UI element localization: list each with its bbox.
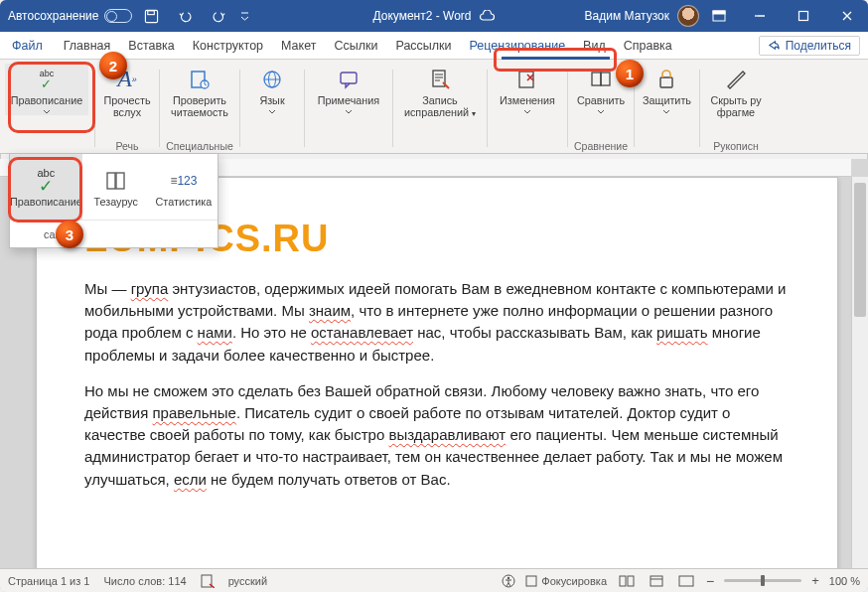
- tab-references[interactable]: Ссылки: [325, 32, 386, 59]
- callout-2: 2: [99, 52, 127, 79]
- focus-icon: [525, 575, 537, 587]
- paragraph-2: Но мы не сможем это сделать без Вашей об…: [84, 380, 790, 491]
- dropdown-thesaurus[interactable]: Тезаурус: [82, 154, 150, 220]
- stats-icon: ≡123: [170, 166, 197, 196]
- svg-point-21: [507, 576, 509, 578]
- title-bar: Автосохранение Документ2 - Word Вадим Ма…: [0, 0, 868, 32]
- user-avatar-icon[interactable]: [677, 5, 699, 27]
- thesaurus-icon: [104, 166, 128, 196]
- tab-insert[interactable]: Вставка: [119, 32, 183, 59]
- protect-icon: [655, 67, 677, 92]
- track-changes-button[interactable]: Записьисправлений ▾: [399, 64, 481, 119]
- active-tab-underline: [502, 57, 610, 60]
- autosave-label: Автосохранение: [8, 9, 98, 23]
- vertical-scrollbar[interactable]: [851, 177, 868, 568]
- accessibility-icon[interactable]: [502, 574, 515, 588]
- svg-rect-15: [601, 73, 610, 85]
- chevron-down-icon: [268, 109, 276, 115]
- readability-icon: [189, 67, 211, 92]
- maximize-button[interactable]: [783, 0, 824, 32]
- spelling-dropdown: abc✓ Правописание Тезаурус ≡123 Статисти…: [9, 153, 218, 248]
- svg-rect-23: [620, 576, 626, 586]
- changes-icon: [516, 67, 538, 92]
- language-button[interactable]: Язык: [246, 64, 298, 115]
- dropdown-spelling[interactable]: abc✓ Правописание: [10, 154, 82, 220]
- document-title: Документ2 - Word: [372, 9, 471, 23]
- svg-rect-22: [526, 576, 536, 586]
- group-label-ink: Рукописн: [713, 138, 758, 153]
- tab-mailings[interactable]: Рассылки: [386, 32, 460, 59]
- tab-view[interactable]: Вид: [574, 32, 615, 59]
- svg-rect-11: [341, 73, 357, 83]
- callout-3: 3: [56, 221, 83, 248]
- share-label: Поделиться: [786, 39, 851, 53]
- dropdown-statistics[interactable]: ≡123 Статистика: [150, 154, 217, 220]
- group-label-speech: Речь: [116, 138, 139, 153]
- ink-icon: [725, 67, 747, 92]
- chevron-down-icon: [523, 109, 531, 115]
- undo-icon[interactable]: [170, 1, 200, 31]
- view-print-icon[interactable]: [647, 573, 666, 588]
- qat-dropdown-icon[interactable]: [237, 1, 251, 31]
- ribbon-options-icon[interactable]: [701, 0, 737, 32]
- dropdown-group-label: сание: [10, 220, 217, 247]
- changes-button[interactable]: Изменения: [494, 64, 561, 115]
- share-icon: [768, 39, 781, 52]
- status-focus[interactable]: Фокусировка: [525, 575, 607, 587]
- group-label-special: Специальные: [166, 138, 233, 153]
- chevron-down-icon: [662, 109, 670, 115]
- view-read-icon[interactable]: [617, 573, 637, 588]
- toggle-switch-icon: [104, 9, 132, 23]
- zoom-slider[interactable]: [724, 579, 801, 582]
- svg-rect-3: [713, 11, 725, 14]
- ribbon-tabs: Файл Главная Вставка Конструктор Макет С…: [0, 32, 868, 60]
- svg-rect-25: [651, 576, 662, 586]
- svg-rect-27: [679, 576, 693, 586]
- svg-rect-14: [592, 73, 601, 85]
- minimize-button[interactable]: [739, 0, 781, 32]
- view-web-icon[interactable]: [676, 573, 696, 588]
- zoom-level[interactable]: 100 %: [829, 575, 860, 587]
- spelling-button[interactable]: abc✓ Правописание: [5, 64, 88, 115]
- status-words[interactable]: Число слов: 114: [103, 575, 186, 587]
- status-bar: Страница 1 из 1 Число слов: 114 русский …: [0, 568, 868, 592]
- close-button[interactable]: [826, 0, 868, 32]
- chevron-down-icon: [597, 109, 605, 115]
- autosave-toggle[interactable]: Автосохранение: [8, 9, 132, 23]
- track-changes-icon: [429, 67, 451, 92]
- spelling-icon: abc✓: [40, 67, 55, 92]
- comments-button[interactable]: Примечания: [311, 64, 386, 115]
- spellcheck-status-icon[interactable]: [201, 574, 215, 588]
- chevron-down-icon: [43, 109, 51, 115]
- hide-ink-button[interactable]: Скрыть руфрагме: [706, 64, 766, 119]
- share-button[interactable]: Поделиться: [759, 36, 860, 56]
- check-readability-button[interactable]: Проверитьчитаемость: [166, 64, 233, 119]
- zoom-out-button[interactable]: −: [706, 573, 714, 589]
- language-icon: [261, 67, 283, 92]
- tab-help[interactable]: Справка: [615, 32, 681, 59]
- ribbon: abc✓ Правописание A» Прочестьвслух Речь …: [0, 60, 868, 154]
- svg-rect-16: [660, 77, 672, 87]
- save-icon[interactable]: [136, 1, 166, 31]
- svg-rect-5: [799, 12, 808, 21]
- callout-1: 1: [616, 60, 644, 87]
- spelling-icon: abc✓: [37, 166, 55, 196]
- tab-layout[interactable]: Макет: [272, 32, 325, 59]
- protect-button[interactable]: Защитить: [641, 64, 693, 115]
- tab-review[interactable]: Рецензирование: [461, 32, 575, 59]
- scroll-thumb[interactable]: [854, 183, 866, 317]
- status-page[interactable]: Страница 1 из 1: [8, 575, 89, 587]
- chevron-down-icon: [345, 109, 353, 115]
- zoom-in-button[interactable]: +: [811, 573, 819, 588]
- compare-icon: [590, 67, 612, 92]
- svg-rect-24: [628, 576, 634, 586]
- redo-icon[interactable]: [204, 1, 233, 31]
- tab-design[interactable]: Конструктор: [184, 32, 272, 59]
- svg-rect-1: [148, 10, 155, 14]
- svg-rect-17: [107, 173, 115, 189]
- tab-file[interactable]: Файл: [0, 32, 55, 59]
- user-name[interactable]: Вадим Матузок: [585, 9, 669, 23]
- svg-rect-18: [116, 173, 124, 189]
- group-label-compare: Сравнение: [574, 138, 628, 153]
- status-language[interactable]: русский: [228, 575, 267, 587]
